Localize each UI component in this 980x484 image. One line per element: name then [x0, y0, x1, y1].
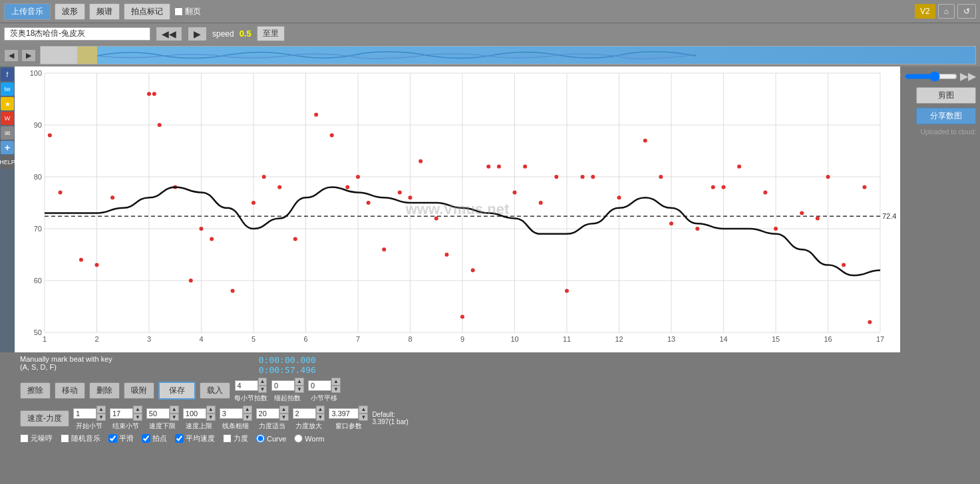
speed-max-label: 速度上限: [186, 422, 212, 431]
svg-text:70: 70: [34, 225, 42, 233]
end-bar-up[interactable]: ▲: [133, 406, 142, 414]
add-icon[interactable]: +: [1, 141, 14, 154]
facebook-icon[interactable]: f: [1, 68, 14, 81]
strength-amp-spinner: ▲▼ 力度放大: [293, 406, 325, 431]
bar-shift-up[interactable]: ▲: [331, 378, 341, 386]
pickup-beats-up[interactable]: ▲: [295, 378, 304, 386]
noise-checkbox[interactable]: 元噪哼: [20, 433, 53, 443]
default-value: 3.397(1 bar): [372, 418, 408, 425]
upload-music-button[interactable]: 上传音乐: [4, 3, 51, 20]
strength-amp-label: 力度放大: [295, 422, 322, 431]
strength-amp-down[interactable]: ▼: [316, 414, 325, 422]
line-width-down[interactable]: ▼: [243, 414, 252, 422]
chart-svg[interactable]: 5060708090100123456789101112131415161772…: [15, 66, 900, 352]
strength-fit-input[interactable]: [256, 408, 279, 419]
reload-button[interactable]: ↺: [957, 4, 976, 19]
svg-point-68: [345, 185, 349, 189]
window-param-up[interactable]: ▲: [359, 406, 368, 414]
svg-point-64: [277, 185, 281, 189]
worm-radio[interactable]: Worm: [294, 434, 324, 443]
speed-min-down[interactable]: ▼: [170, 414, 179, 422]
erase-button[interactable]: 擦除: [20, 382, 51, 399]
waveform-highlight: [77, 47, 97, 64]
speed-min-up[interactable]: ▲: [170, 406, 179, 414]
waveform-button[interactable]: 波形: [55, 3, 85, 20]
confirm-button[interactable]: 至里: [257, 26, 285, 41]
page-flip-checkbox[interactable]: 翻页: [174, 6, 201, 17]
speed-max-down[interactable]: ▼: [206, 414, 216, 422]
window-param-down[interactable]: ▼: [359, 414, 368, 422]
bar-shift-input[interactable]: [308, 380, 331, 391]
spectrum-button[interactable]: 频谱: [89, 3, 120, 20]
svg-point-78: [471, 268, 475, 272]
bar-shift-spinner: ▲ ▼ 小节平移: [308, 378, 341, 403]
svg-point-61: [231, 289, 235, 293]
save-button[interactable]: 保存: [158, 382, 196, 400]
avg-speed-checkbox[interactable]: 平均速度: [175, 433, 215, 443]
strength-amp-up[interactable]: ▲: [316, 406, 325, 414]
start-bar-down[interactable]: ▼: [96, 414, 106, 422]
hint-text: Manually mark beat with key (A, S, D, F): [20, 355, 112, 371]
end-bar-input[interactable]: [110, 408, 133, 419]
time-current: 0:00:00.000: [259, 355, 316, 365]
waveform-nav: ◀ ▶: [4, 49, 36, 62]
window-param-input[interactable]: [329, 408, 359, 419]
strength-fit-down[interactable]: ▼: [279, 414, 289, 422]
beats-per-bar-arrows: ▲ ▼: [258, 378, 267, 393]
weibo-icon[interactable]: W: [1, 112, 14, 125]
svg-text:15: 15: [772, 335, 780, 343]
svg-point-101: [842, 263, 846, 267]
trim-button[interactable]: 剪图: [916, 87, 976, 104]
home-button[interactable]: ⌂: [938, 4, 955, 19]
start-bar-up[interactable]: ▲: [96, 406, 106, 414]
mail-icon[interactable]: ✉: [1, 126, 14, 140]
twitter-icon[interactable]: tw: [1, 82, 14, 96]
second-bar: ◀◀ ▶ speed 0.5 至里: [0, 23, 980, 44]
help-icon[interactable]: HELP: [1, 156, 14, 169]
split-chart-button[interactable]: 分享数图: [916, 108, 976, 124]
beats-per-bar-down[interactable]: ▼: [258, 386, 267, 394]
strength-fit-up[interactable]: ▲: [279, 406, 289, 414]
star-icon[interactable]: ★: [1, 97, 14, 110]
smooth-checkbox[interactable]: 平滑: [108, 433, 134, 443]
speed-max-up[interactable]: ▲: [206, 406, 216, 414]
delete-button[interactable]: 删除: [89, 382, 120, 399]
beat-checkbox[interactable]: 拍点: [142, 433, 167, 443]
move-button[interactable]: 移动: [55, 382, 85, 399]
curve-radio[interactable]: Curve: [256, 434, 286, 443]
speed-min-input[interactable]: [146, 408, 170, 419]
waveform-nav-next[interactable]: ▶: [21, 49, 36, 62]
v2-button[interactable]: V2: [915, 4, 935, 19]
waveform-nav-prev[interactable]: ◀: [4, 49, 19, 62]
speed-strength-button[interactable]: 速度-力度: [20, 410, 69, 427]
svg-text:3: 3: [147, 335, 151, 343]
pickup-beats-input[interactable]: [271, 380, 295, 391]
prev-button[interactable]: ◀◀: [156, 27, 182, 41]
line-width-up[interactable]: ▲: [243, 406, 252, 414]
speed-max-input[interactable]: [183, 408, 206, 419]
svg-text:12: 12: [615, 335, 623, 343]
svg-point-60: [210, 237, 214, 241]
beat-mark-button[interactable]: 拍点标记: [124, 3, 170, 20]
svg-point-56: [158, 123, 162, 127]
end-bar-down[interactable]: ▼: [133, 414, 142, 422]
beats-per-bar-input[interactable]: [235, 380, 258, 391]
start-bar-input[interactable]: [73, 408, 96, 419]
bar-shift-down[interactable]: ▼: [331, 386, 341, 394]
load-button[interactable]: 载入: [200, 382, 230, 399]
waveform-scroll[interactable]: [40, 46, 976, 64]
strength-checkbox[interactable]: 力度: [223, 433, 248, 443]
line-width-input[interactable]: [220, 408, 243, 419]
speed-value: 0.5: [240, 29, 251, 39]
svg-point-97: [774, 227, 778, 231]
play-button[interactable]: ▶: [188, 27, 207, 41]
adsorb-button[interactable]: 吸附: [124, 382, 154, 399]
beats-per-bar-up[interactable]: ▲: [258, 378, 267, 386]
pickup-beats-down[interactable]: ▼: [295, 386, 304, 394]
svg-point-59: [200, 227, 204, 231]
strength-amp-input[interactable]: [293, 408, 316, 419]
drum-checkbox[interactable]: 随机音乐: [61, 433, 100, 443]
song-name-input[interactable]: [4, 27, 150, 41]
wave-slider[interactable]: [904, 71, 957, 82]
svg-text:80: 80: [34, 173, 42, 181]
